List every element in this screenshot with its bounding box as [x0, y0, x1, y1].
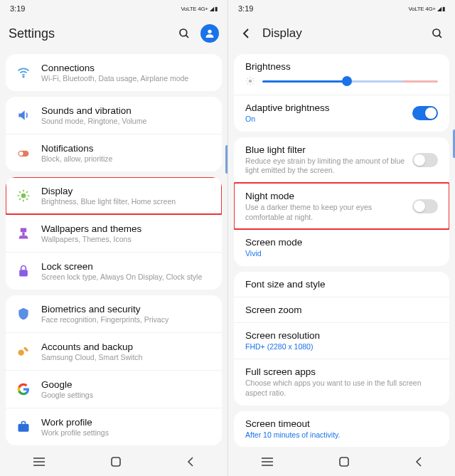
setting-blue-light-filter[interactable]: Blue light filterReduce eye strain by li… — [234, 137, 449, 183]
item-subtitle: Screen lock type, Always On Display, Clo… — [41, 273, 212, 281]
item-subtitle: Face recognition, Fingerprints, Privacy — [41, 315, 212, 324]
settings-item-sounds-and-vibration[interactable]: Sounds and vibrationSound mode, Ringtone… — [6, 97, 222, 134]
chevron-left-icon — [240, 28, 252, 39]
svg-line-33 — [247, 83, 248, 84]
svg-line-13 — [19, 199, 21, 200]
item-title: Google — [41, 379, 212, 390]
wall-icon — [16, 226, 31, 241]
setting-title: Font size and style — [245, 279, 438, 290]
home-button[interactable] — [338, 456, 350, 470]
recents-button[interactable] — [261, 457, 274, 470]
svg-line-14 — [26, 191, 28, 193]
settings-card: Screen timeoutAfter 10 minutes of inacti… — [234, 411, 449, 448]
back-button[interactable] — [237, 24, 255, 43]
item-subtitle: Wallpapers, Themes, Icons — [41, 235, 212, 243]
setting-adaptive-brightness[interactable]: Adaptive brightnessOn — [234, 95, 449, 132]
status-bar: 3:19 VoLTE 4G+ ◢ ▮ — [0, 0, 228, 17]
item-title: Lock screen — [41, 261, 212, 272]
settings-item-display[interactable]: DisplayBrightness, Blue light filter, Ho… — [6, 177, 222, 214]
item-title: Wallpapers and themes — [41, 223, 212, 234]
settings-group: ConnectionsWi-Fi, Bluetooth, Data usage,… — [6, 54, 222, 91]
svg-line-32 — [252, 83, 253, 84]
svg-point-5 — [19, 152, 23, 156]
svg-line-34 — [252, 78, 253, 79]
setting-screen-mode[interactable]: Screen modeVivid — [234, 229, 449, 266]
svg-point-24 — [433, 29, 440, 36]
settings-item-wallpapers-and-themes[interactable]: Wallpapers and themesWallpapers, Themes,… — [6, 214, 222, 252]
item-subtitle: Wi-Fi, Bluetooth, Data usage, Airplane m… — [41, 74, 212, 83]
slider-thumb[interactable] — [342, 76, 352, 86]
settings-screen: 3:19 VoLTE 4G+ ◢ ▮ Settings ConnectionsW… — [0, 0, 228, 476]
svg-line-25 — [439, 35, 441, 38]
brightness-label: Brightness — [245, 61, 438, 72]
item-title: Notifications — [41, 143, 212, 154]
title-bar: Display — [228, 17, 455, 54]
nav-bar — [228, 450, 455, 476]
setting-title: Screen zoom — [245, 305, 438, 315]
brightness-row: Brightness — [234, 54, 449, 95]
setting-full-screen-apps[interactable]: Full screen appsChoose which apps you wa… — [234, 359, 449, 405]
settings-item-lock-screen[interactable]: Lock screenScreen lock type, Always On D… — [6, 252, 222, 290]
google-icon — [16, 381, 31, 397]
brightness-slider[interactable] — [245, 72, 438, 88]
setting-screen-timeout[interactable]: Screen timeoutAfter 10 minutes of inacti… — [234, 411, 449, 448]
setting-subtitle: Vivid — [245, 249, 438, 259]
back-button[interactable] — [186, 456, 195, 470]
setting-title: Screen timeout — [245, 418, 438, 429]
settings-item-work-profile[interactable]: Work profileWork profile settings — [6, 408, 222, 445]
slider-track[interactable] — [262, 80, 438, 83]
settings-list[interactable]: ConnectionsWi-Fi, Bluetooth, Data usage,… — [0, 54, 228, 450]
status-bar: 3:19 VoLTE 4G+ ◢ ▮ — [228, 0, 455, 17]
settings-item-biometrics-and-security[interactable]: Biometrics and securityFace recognition,… — [6, 295, 222, 332]
recents-button[interactable] — [33, 457, 46, 470]
back-button[interactable] — [414, 456, 423, 470]
setting-title: Full screen apps — [245, 366, 438, 377]
item-subtitle: Google settings — [41, 391, 212, 399]
toggle-switch[interactable] — [412, 106, 438, 120]
setting-subtitle: Reduce eye strain by limiting the amount… — [245, 157, 405, 176]
settings-item-google[interactable]: GoogleGoogle settings — [6, 370, 222, 408]
settings-card: Font size and styleScreen zoomScreen res… — [234, 272, 449, 406]
settings-item-notifications[interactable]: NotificationsBlock, allow, prioritize — [6, 134, 222, 171]
svg-line-12 — [26, 199, 28, 200]
setting-subtitle: FHD+ (2280 x 1080) — [245, 342, 438, 352]
svg-line-11 — [19, 191, 21, 193]
item-title: Biometrics and security — [41, 304, 212, 314]
svg-rect-19 — [18, 424, 29, 432]
svg-rect-16 — [19, 270, 28, 276]
search-icon — [431, 27, 444, 40]
profile-button[interactable] — [200, 24, 219, 43]
search-button[interactable] — [428, 24, 446, 43]
home-button[interactable] — [110, 456, 122, 470]
settings-card: Blue light filterReduce eye strain by li… — [234, 137, 449, 266]
settings-item-accounts-and-backup[interactable]: Accounts and backupSamsung Cloud, Smart … — [6, 332, 222, 370]
notif-icon — [16, 145, 31, 161]
search-button[interactable] — [175, 24, 193, 43]
display-list[interactable]: BrightnessAdaptive brightnessOnBlue ligh… — [228, 54, 455, 450]
setting-screen-resolution[interactable]: Screen resolutionFHD+ (2280 x 1080) — [234, 322, 449, 359]
svg-point-0 — [180, 29, 187, 36]
svg-rect-18 — [23, 347, 29, 352]
search-icon — [178, 27, 191, 40]
status-time: 3:19 — [238, 4, 253, 13]
toggle-switch[interactable] — [412, 199, 438, 213]
setting-subtitle: Choose which apps you want to use in the… — [245, 379, 438, 398]
setting-night-mode[interactable]: Night modeUse a darker theme to keep you… — [234, 183, 449, 229]
setting-screen-zoom[interactable]: Screen zoom — [234, 297, 449, 322]
settings-group: Sounds and vibrationSound mode, Ringtone… — [6, 97, 222, 171]
display-icon — [16, 188, 31, 203]
toggle-switch[interactable] — [412, 153, 438, 167]
nav-bar — [0, 450, 228, 476]
backup-icon — [16, 344, 31, 359]
bio-icon — [16, 306, 31, 322]
setting-title: Adaptive brightness — [245, 102, 405, 113]
settings-group: Biometrics and securityFace recognition,… — [6, 295, 222, 445]
item-subtitle: Sound mode, Ringtone, Volume — [41, 117, 212, 125]
page-title: Display — [262, 26, 421, 41]
settings-item-connections[interactable]: ConnectionsWi-Fi, Bluetooth, Data usage,… — [6, 54, 222, 91]
svg-point-17 — [18, 350, 24, 356]
setting-font-size-and-style[interactable]: Font size and style — [234, 272, 449, 297]
svg-point-6 — [21, 194, 26, 199]
item-title: Work profile — [41, 417, 212, 428]
display-settings-screen: 3:19 VoLTE 4G+ ◢ ▮ Display BrightnessAda… — [228, 0, 455, 476]
